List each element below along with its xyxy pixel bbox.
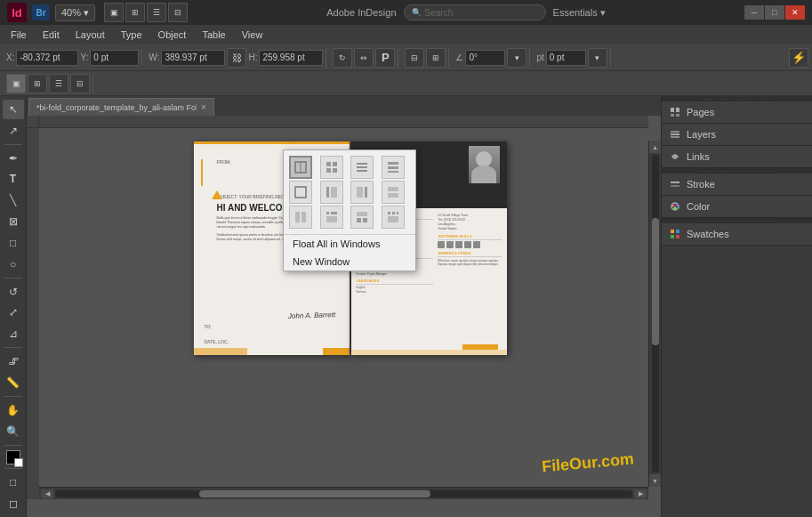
text-btn[interactable]: P [375,48,395,68]
h-input[interactable] [259,50,323,66]
w-input[interactable] [161,50,225,66]
scroll-v-thumb[interactable] [652,218,659,345]
svg-rect-35 [671,114,674,117]
align-btn2[interactable]: ⊞ [426,48,446,68]
tab-close-btn[interactable]: × [201,102,206,112]
view-btn-1[interactable]: ▣ [104,3,124,22]
shear-tool[interactable]: ⊿ [3,324,24,343]
scroll-right-btn[interactable]: ▶ [634,489,647,498]
svg-point-44 [672,205,675,207]
ellipse-tool[interactable]: ○ [3,254,24,274]
menu-object[interactable]: Object [151,28,194,42]
hand-tool[interactable]: ✋ [3,400,24,420]
text-tool[interactable]: T [3,169,24,189]
links-header[interactable]: Links [662,146,812,167]
rotate-btn[interactable]: ↻ [333,48,352,68]
layers-label: Layers [687,129,805,140]
layout-icon-6[interactable] [320,181,343,204]
layout-icon-7[interactable] [350,181,374,204]
layout-icon-10[interactable] [320,206,343,229]
svg-rect-26 [357,212,367,216]
new-window-btn[interactable]: New Window [284,253,415,271]
layers-header[interactable]: Layers [662,124,812,145]
zoom-selector[interactable]: 40% ▾ [55,4,95,21]
tool-sep-1 [4,144,22,145]
rect-tool[interactable]: □ [3,233,24,253]
view-btn-3[interactable]: ☰ [147,3,166,22]
resume-photo [469,146,500,183]
pt-input[interactable] [546,50,586,66]
layout-icon-12[interactable] [382,206,405,229]
fill-color[interactable] [6,450,20,464]
stroke-header[interactable]: Stroke [662,174,812,195]
svg-rect-37 [671,131,679,133]
maximize-btn[interactable]: □ [765,5,784,20]
lightning-btn[interactable]: ⚡ [789,48,808,68]
select-tool[interactable]: ↖ [3,100,24,119]
constrain-btn[interactable]: ⛓ [227,48,246,68]
essentials-label[interactable]: Essentials ▾ [553,7,606,19]
svg-rect-12 [388,166,398,169]
menu-layout[interactable]: Layout [68,28,112,42]
close-btn[interactable]: ✕ [785,5,805,20]
normal-mode[interactable]: □ [3,473,24,492]
view-btn-2[interactable]: ⊞ [125,3,145,22]
angle-input[interactable] [465,50,505,66]
signature: John A. Barrett [288,311,335,320]
links-label: Links [687,151,805,162]
x-input[interactable] [16,50,78,66]
zoom-tool[interactable]: 🔍 [3,422,24,441]
color-header[interactable]: Color [662,196,812,217]
angle-dropdown[interactable]: ▾ [507,48,527,68]
scale-tool[interactable]: ⤢ [3,303,24,323]
x-label: X: [6,53,14,62]
layout-icon-2[interactable] [320,156,343,179]
scroll-down-btn[interactable]: ▼ [649,474,662,487]
align-btn1[interactable]: ⊟ [405,48,424,68]
layout-btn-2[interactable]: ⊞ [28,74,47,93]
line-tool[interactable]: ╲ [3,190,24,210]
layout-icon-5[interactable] [289,181,312,204]
layout-icon-9[interactable] [289,206,312,229]
minimize-btn[interactable]: ─ [744,5,764,20]
direct-select-tool[interactable]: ↗ [3,121,24,141]
scrollbar-vertical[interactable]: ▲ ▼ [648,141,661,487]
menu-edit[interactable]: Edit [36,28,67,42]
document-tab[interactable]: *bi-fold_corporate_template_by_ali-aslam… [28,98,214,116]
measure-tool[interactable]: 📏 [3,373,24,392]
pen-tool[interactable]: ✒ [3,149,24,168]
layout-icon-3[interactable] [350,156,374,179]
menu-view[interactable]: View [235,28,270,42]
menu-file[interactable]: File [4,28,34,42]
scroll-left-btn[interactable]: ◀ [41,489,53,498]
pt-dropdown[interactable]: ▾ [588,48,607,68]
layout-icon-4[interactable] [382,156,405,179]
swatches-icon [669,228,681,240]
menu-type[interactable]: Type [114,28,149,42]
scroll-up-btn[interactable]: ▲ [649,141,662,153]
y-input[interactable] [90,50,139,66]
svg-rect-21 [295,212,300,222]
svg-point-45 [676,205,679,207]
float-all-btn[interactable]: Float All in Windows [284,235,415,253]
view-btn-4[interactable]: ⊟ [168,3,188,22]
tool-sep-2 [4,278,22,279]
layout-icon-11[interactable] [350,206,374,229]
layout-icon-8[interactable] [382,181,405,204]
eyedropper-tool[interactable]: 🖇 [3,351,24,371]
flip-btn[interactable]: ⇔ [354,48,374,68]
rect-frame-tool[interactable]: ⊠ [3,212,24,231]
menu-table[interactable]: Table [195,28,232,42]
rotate-tool[interactable]: ↺ [3,282,24,302]
preview-mode[interactable]: ◻ [3,494,24,513]
layout-icon-1[interactable] [289,156,312,179]
canvas-area[interactable]: *bi-fold_corporate_template_by_ali-aslam… [27,96,661,517]
swatches-header[interactable]: Swatches [662,223,812,245]
scroll-h-thumb[interactable] [199,490,430,497]
layout-btn-3[interactable]: ☰ [49,74,68,93]
layout-btn-active[interactable]: ▣ [6,74,26,93]
layout-btn-4[interactable]: ⊟ [70,74,90,93]
scrollbar-horizontal[interactable]: ◀ ▶ [39,487,648,499]
pages-header[interactable]: Pages [662,101,812,123]
search-bar[interactable]: 🔍 Search [404,4,546,20]
